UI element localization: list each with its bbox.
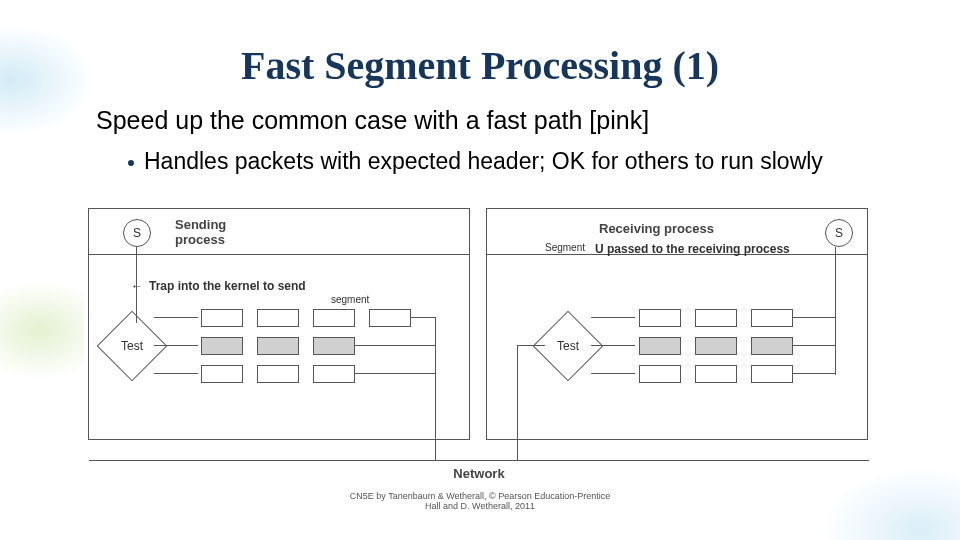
intro-text: Speed up the common case with a fast pat… bbox=[96, 106, 649, 135]
arrow bbox=[154, 373, 198, 374]
arrow bbox=[154, 317, 198, 318]
arrow bbox=[591, 317, 635, 318]
blk-fast bbox=[639, 337, 681, 355]
blk bbox=[695, 309, 737, 327]
arrow bbox=[517, 345, 545, 346]
blk bbox=[257, 365, 299, 383]
arrow bbox=[435, 429, 436, 461]
blk-fast bbox=[695, 337, 737, 355]
blk bbox=[639, 309, 681, 327]
blk bbox=[257, 309, 299, 327]
network-label: Network bbox=[84, 466, 874, 481]
blk bbox=[313, 365, 355, 383]
blk-fast bbox=[201, 337, 243, 355]
recv-proc-label: Receiving process bbox=[599, 221, 714, 236]
arrow bbox=[793, 345, 835, 346]
arrow bbox=[355, 373, 435, 374]
send-word: Sending bbox=[175, 217, 226, 232]
bullet-row: Handles packets with expected header; OK… bbox=[128, 148, 823, 175]
blk bbox=[201, 365, 243, 383]
bullet-icon bbox=[128, 160, 134, 166]
arrow-left-icon: ← bbox=[131, 279, 143, 293]
arrow bbox=[136, 247, 137, 323]
slide-root: Fast Segment Processing (1) Speed up the… bbox=[0, 0, 960, 540]
footer-l1: CN5E by Tanenbaum & Wetherall, © Pearson… bbox=[350, 491, 610, 501]
network-line bbox=[89, 460, 869, 461]
arrow bbox=[411, 317, 435, 318]
blk-fast bbox=[257, 337, 299, 355]
s-label-left: S bbox=[133, 226, 141, 240]
segment-lower: segment bbox=[331, 294, 369, 305]
trap-annot: ← Trap into the kernel to send bbox=[131, 279, 306, 293]
send-box: S Sending process ← Trap into the kernel… bbox=[88, 208, 470, 440]
blk bbox=[313, 309, 355, 327]
arrow bbox=[517, 345, 518, 429]
send-divider bbox=[89, 254, 469, 255]
arrow bbox=[835, 247, 836, 375]
arrow bbox=[793, 373, 835, 374]
diagram-panel: S Sending process ← Trap into the kernel… bbox=[84, 205, 874, 481]
test-label-right: Test bbox=[538, 339, 598, 353]
footer: CN5E by Tanenbaum & Wetherall, © Pearson… bbox=[0, 492, 960, 512]
arrow bbox=[591, 345, 635, 346]
process-word: process bbox=[175, 232, 225, 247]
trap-text: Trap into the kernel to send bbox=[149, 279, 306, 293]
blk bbox=[695, 365, 737, 383]
blk bbox=[751, 365, 793, 383]
arrow bbox=[355, 345, 435, 346]
blk bbox=[201, 309, 243, 327]
test-label-left: Test bbox=[102, 339, 162, 353]
arrow bbox=[793, 317, 835, 318]
recv-box: Receiving process S Segment U passed to … bbox=[486, 208, 868, 440]
blk bbox=[639, 365, 681, 383]
s-circle-send: S bbox=[123, 219, 151, 247]
slide-title: Fast Segment Processing (1) bbox=[0, 42, 960, 89]
s-circle-recv: S bbox=[825, 219, 853, 247]
s-label-right: S bbox=[835, 226, 843, 240]
bullet-text: Handles packets with expected header; OK… bbox=[144, 148, 823, 175]
arrow bbox=[517, 429, 518, 461]
arrow bbox=[591, 373, 635, 374]
blk-fast bbox=[313, 337, 355, 355]
footer-l2: Hall and D. Wetherall, 2011 bbox=[425, 501, 535, 511]
blk bbox=[751, 309, 793, 327]
blk-fast bbox=[751, 337, 793, 355]
arrow bbox=[154, 345, 198, 346]
segment-upper: Segment bbox=[545, 242, 585, 253]
send-proc-label: Sending process bbox=[175, 217, 226, 247]
blk bbox=[369, 309, 411, 327]
passed-annot: U passed to the receiving process bbox=[595, 242, 790, 256]
arrow bbox=[435, 317, 436, 429]
